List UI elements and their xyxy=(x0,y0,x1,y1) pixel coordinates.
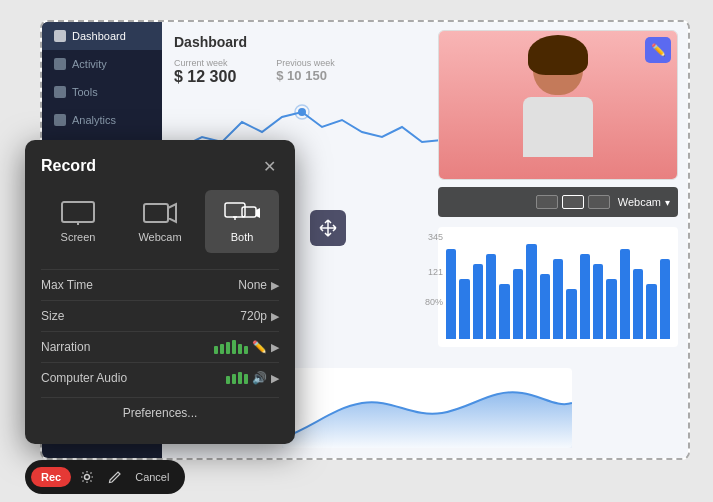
bar-14 xyxy=(633,269,643,339)
source-thumb-both[interactable] xyxy=(588,195,610,209)
record-mode-buttons: Screen Webcam Bot xyxy=(41,190,279,253)
bar-4 xyxy=(499,284,509,339)
activity-icon xyxy=(54,58,66,70)
sidebar-item-analytics[interactable]: Analytics xyxy=(42,106,162,134)
svg-marker-6 xyxy=(168,204,176,222)
vol-seg-5 xyxy=(238,344,242,354)
bar-5 xyxy=(513,269,523,339)
bar-6 xyxy=(526,244,536,339)
close-button[interactable]: ✕ xyxy=(259,156,279,176)
mode-screen-button[interactable]: Screen xyxy=(41,190,115,253)
person-silhouette xyxy=(518,40,598,170)
webcam-person-display xyxy=(439,31,677,179)
person-body xyxy=(523,97,593,157)
cancel-button[interactable]: Cancel xyxy=(131,469,173,485)
computer-audio-label: Computer Audio xyxy=(41,371,226,385)
sidebar-item-dashboard[interactable]: Dashboard xyxy=(42,22,162,50)
pencil-icon xyxy=(108,470,122,484)
bar-chart xyxy=(438,227,678,347)
narration-arrow[interactable]: ▶ xyxy=(271,341,279,354)
bar-12 xyxy=(606,279,616,339)
svg-rect-2 xyxy=(62,202,94,222)
vol-seg-6 xyxy=(244,346,248,354)
audio-vol-seg-2 xyxy=(232,374,236,384)
preferences-button[interactable]: Preferences... xyxy=(41,397,279,428)
both-label: Both xyxy=(231,231,254,243)
bar-2 xyxy=(473,264,483,339)
source-thumb-webcam[interactable] xyxy=(562,195,584,209)
bar-3 xyxy=(486,254,496,339)
chart-label-80: 80% xyxy=(425,297,443,307)
record-dialog: Record ✕ Screen Webcam xyxy=(25,140,295,444)
person-head xyxy=(533,40,583,95)
size-label: Size xyxy=(41,309,240,323)
bar-1 xyxy=(459,279,469,339)
vol-seg-3 xyxy=(226,342,230,354)
bottom-toolbar: Rec Cancel xyxy=(25,460,185,494)
vol-seg-4 xyxy=(232,340,236,354)
source-thumb-screen[interactable] xyxy=(536,195,558,209)
edit-button[interactable] xyxy=(103,465,127,489)
vol-seg-2 xyxy=(220,344,224,354)
webcam-edit-button[interactable]: ✏️ xyxy=(645,37,671,63)
screen-label: Screen xyxy=(61,231,96,243)
screen-icon xyxy=(60,200,96,226)
bar-10 xyxy=(580,254,590,339)
size-row: Size 720p ▶ xyxy=(41,300,279,331)
audio-vol-seg-3 xyxy=(238,372,242,384)
max-time-arrow[interactable]: ▶ xyxy=(271,279,279,292)
narration-label: Narration xyxy=(41,340,214,354)
size-value: 720p xyxy=(240,309,267,323)
webcam-preview: ✏️ xyxy=(438,30,678,180)
sidebar-item-activity[interactable]: Activity xyxy=(42,50,162,78)
max-time-label: Max Time xyxy=(41,278,238,292)
dialog-title: Record xyxy=(41,157,96,175)
bar-0 xyxy=(446,249,456,339)
move-icon xyxy=(318,218,338,238)
bar-13 xyxy=(620,249,630,339)
mode-both-button[interactable]: Both xyxy=(205,190,279,253)
both-icon xyxy=(224,200,260,226)
webcam-source-label: Webcam xyxy=(618,196,661,208)
bar-7 xyxy=(540,274,550,339)
svg-point-0 xyxy=(298,108,306,116)
dialog-header: Record ✕ xyxy=(41,156,279,176)
chart-label-121: 121 xyxy=(428,267,443,277)
webcam-source-bar[interactable]: Webcam ▾ xyxy=(438,187,678,217)
bar-16 xyxy=(660,259,670,339)
computer-audio-volume-bar xyxy=(226,372,248,384)
bar-15 xyxy=(646,284,656,339)
move-drag-handle[interactable] xyxy=(310,210,346,246)
size-arrow[interactable]: ▶ xyxy=(271,310,279,323)
computer-audio-speaker-icon: 🔊 xyxy=(252,371,267,385)
audio-vol-seg-1 xyxy=(226,376,230,384)
rec-button[interactable]: Rec xyxy=(31,467,71,487)
dashboard-icon xyxy=(54,30,66,42)
bar-9 xyxy=(566,289,576,339)
source-chevron-icon[interactable]: ▾ xyxy=(665,197,670,208)
computer-audio-arrow[interactable]: ▶ xyxy=(271,372,279,385)
tools-icon xyxy=(54,86,66,98)
audio-vol-seg-4 xyxy=(244,374,248,384)
bar-8 xyxy=(553,259,563,339)
svg-point-12 xyxy=(85,475,90,480)
person-hair xyxy=(528,35,588,75)
max-time-value: None xyxy=(238,278,267,292)
webcam-icon xyxy=(142,200,178,226)
vol-seg-1 xyxy=(214,346,218,354)
computer-audio-row: Computer Audio 🔊 ▶ xyxy=(41,362,279,393)
max-time-row: Max Time None ▶ xyxy=(41,269,279,300)
svg-rect-5 xyxy=(144,204,168,222)
settings-button[interactable] xyxy=(75,465,99,489)
webcam-label: Webcam xyxy=(138,231,181,243)
area-chart xyxy=(282,368,572,448)
narration-pencil-icon[interactable]: ✏️ xyxy=(252,340,267,354)
mode-webcam-button[interactable]: Webcam xyxy=(123,190,197,253)
bar-11 xyxy=(593,264,603,339)
narration-row: Narration ✏️ ▶ xyxy=(41,331,279,362)
svg-rect-10 xyxy=(242,207,256,217)
narration-volume-bar xyxy=(214,340,248,354)
sidebar-item-tools[interactable]: Tools xyxy=(42,78,162,106)
gear-icon xyxy=(80,470,94,484)
chart-label-345: 345 xyxy=(428,232,443,242)
